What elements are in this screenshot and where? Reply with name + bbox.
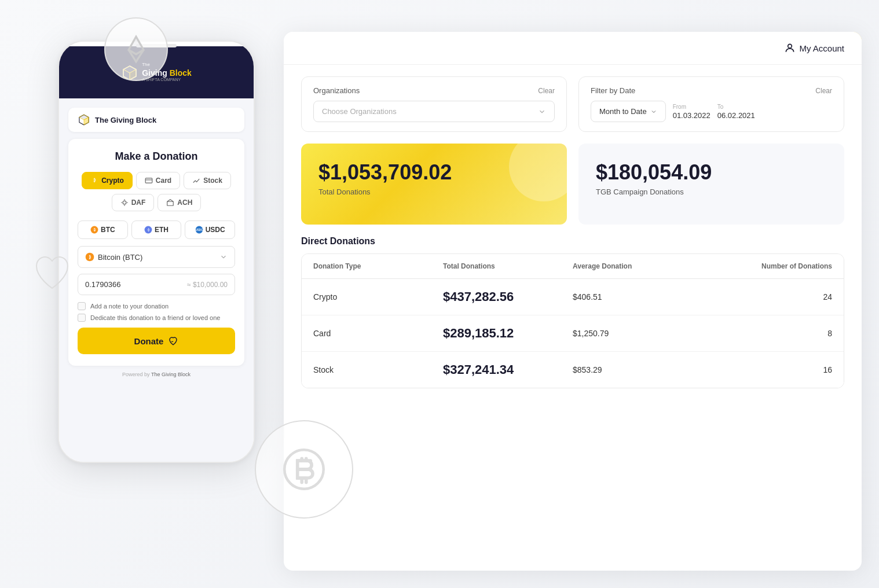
selected-crypto-label: Bitcoin (BTC)	[98, 253, 142, 262]
date-to-label: To	[717, 104, 755, 110]
tab-daf[interactable]: DAF	[112, 194, 155, 211]
crypto-tabs: ₿ BTC ⟠ ETH USDC USDC	[78, 220, 235, 239]
phone-logo-bar: The Giving Block	[68, 108, 244, 132]
btc-selector-icon: ₿	[85, 252, 94, 262]
chevron-down-icon	[538, 108, 546, 116]
organizations-label: Organizations	[313, 86, 360, 95]
total-donations-card: $1,053,709.02 Total Donations	[301, 144, 567, 225]
eth-tab[interactable]: ⟠ ETH	[131, 220, 182, 239]
eth-icon: ⟠	[144, 226, 152, 234]
date-preset-dropdown[interactable]: Month to Date	[591, 101, 666, 122]
top-navigation: My Account	[284, 32, 862, 65]
ethereum-icon	[121, 34, 151, 64]
date-filter-label: Filter by Date	[591, 86, 635, 95]
date-from-group: From 01.03.2022	[673, 104, 710, 120]
svg-rect-13	[167, 201, 174, 205]
note-checkbox-label: Add a note to your donation	[90, 303, 169, 310]
phone-footer: Powered by The Giving Block	[68, 366, 244, 380]
row-avg-card: $1,250.79	[573, 329, 702, 338]
donations-table: Donation Type Total Donations Average Do…	[301, 253, 844, 388]
payment-tabs-row2: DAF ACH	[78, 194, 235, 211]
svg-text:₿: ₿	[93, 178, 96, 182]
donate-button-label: Donate	[134, 336, 164, 346]
date-to-group: To 06.02.2021	[717, 104, 755, 120]
row-type-card: Card	[313, 329, 443, 338]
btc-tab[interactable]: ₿ BTC	[78, 220, 128, 239]
btc-label: BTC	[101, 226, 115, 234]
tgb-campaign-label: TGB Campaign Donations	[596, 188, 827, 196]
donate-heart-icon	[168, 336, 178, 346]
date-from-value[interactable]: 01.03.2022	[673, 111, 710, 120]
organizations-placeholder: Choose Organizations	[322, 107, 397, 116]
stock-tab-icon	[192, 177, 200, 185]
th-type: Donation Type	[313, 262, 443, 270]
row-total-crypto: $437,282.56	[443, 289, 573, 304]
organizations-clear-button[interactable]: Clear	[538, 87, 555, 95]
crypto-tab-icon: ₿	[90, 177, 98, 185]
crypto-selector[interactable]: ₿ Bitcoin (BTC)	[78, 246, 235, 268]
ach-tab-label: ACH	[177, 199, 192, 207]
svg-point-0	[788, 44, 792, 48]
selected-crypto-display: ₿ Bitcoin (BTC)	[85, 252, 142, 262]
tab-crypto[interactable]: ₿ Crypto	[82, 172, 133, 189]
donate-button[interactable]: Donate	[78, 328, 235, 354]
card-tab-icon	[145, 177, 153, 185]
heart-decorative	[32, 255, 72, 295]
dedicate-checkbox-row: Dedicate this donation to a friend or lo…	[78, 314, 235, 322]
amount-input-row[interactable]: 0.1790366 ≈ $10,000.00	[78, 274, 235, 295]
phone-logo-cube-icon	[78, 113, 90, 126]
eth-label: ETH	[155, 226, 169, 234]
tab-ach[interactable]: ACH	[158, 194, 201, 211]
dedicate-checkbox[interactable]	[78, 314, 86, 322]
table-row: Card $289,185.12 $1,250.79 8	[302, 315, 844, 352]
usdc-tab[interactable]: USDC USDC	[185, 220, 235, 239]
date-filter-header: Filter by Date Clear	[591, 86, 832, 95]
date-from-label: From	[673, 104, 710, 110]
daf-tab-icon	[120, 199, 129, 207]
svg-text:₿: ₿	[93, 227, 96, 231]
stock-tab-label: Stock	[203, 177, 222, 185]
ach-tab-icon	[166, 199, 174, 207]
dedicate-checkbox-label: Dedicate this donation to a friend or lo…	[90, 314, 220, 321]
row-type-stock: Stock	[313, 365, 443, 374]
usdc-label: USDC	[206, 226, 225, 234]
date-to-value[interactable]: 06.02.2021	[717, 111, 755, 120]
daf-tab-label: DAF	[131, 199, 146, 207]
my-account-button[interactable]: My Account	[784, 42, 844, 54]
svg-point-12	[123, 201, 126, 204]
row-avg-stock: $853.29	[573, 365, 702, 374]
btc-decorative-circle	[255, 420, 353, 519]
amount-usd-value: ≈ $10,000.00	[187, 281, 228, 289]
date-clear-button[interactable]: Clear	[815, 87, 832, 95]
row-count-card: 8	[702, 329, 832, 338]
phone-content-area: The Giving Block Make a Donation ₿ Crypt…	[59, 98, 254, 463]
phone-brand-label: The Giving Block	[95, 116, 156, 124]
row-total-stock: $327,241.34	[443, 362, 573, 377]
organizations-select[interactable]: Choose Organizations	[313, 101, 555, 122]
dashboard-panel: My Account Organizations Clear Choose Or…	[284, 32, 862, 571]
organizations-filter: Organizations Clear Choose Organizations	[301, 76, 567, 132]
row-count-stock: 16	[702, 365, 832, 374]
tab-stock[interactable]: Stock	[184, 172, 231, 189]
chevron-down-icon	[650, 108, 657, 115]
table-header-row: Donation Type Total Donations Average Do…	[302, 254, 844, 279]
stats-row: $1,053,709.02 Total Donations $180,054.0…	[301, 144, 844, 225]
phone-title: Make a Donation	[78, 150, 235, 163]
date-filter: Filter by Date Clear Month to Date From …	[578, 76, 844, 132]
svg-rect-11	[145, 178, 152, 183]
phone-mockup: The Giving Block A SHIFTA COMPANY The Gi…	[58, 41, 255, 463]
amount-crypto-value: 0.1790366	[85, 280, 120, 289]
row-total-card: $289,185.12	[443, 326, 573, 341]
payment-tabs-row1: ₿ Crypto Card Stock	[78, 172, 235, 189]
note-checkbox[interactable]	[78, 302, 86, 310]
row-count-crypto: 24	[702, 292, 832, 302]
tab-card[interactable]: Card	[136, 172, 180, 189]
table-row: Crypto $437,282.56 $406.51 24	[302, 279, 844, 315]
date-preset-value: Month to Date	[599, 107, 647, 116]
th-total: Total Donations	[443, 262, 573, 270]
tgb-campaign-value: $180,054.09	[596, 161, 827, 184]
footer-brand: The Giving Block	[151, 372, 191, 377]
eth-decorative-circle	[104, 17, 168, 81]
row-avg-crypto: $406.51	[573, 292, 702, 302]
th-count: Number of Donations	[702, 262, 832, 270]
